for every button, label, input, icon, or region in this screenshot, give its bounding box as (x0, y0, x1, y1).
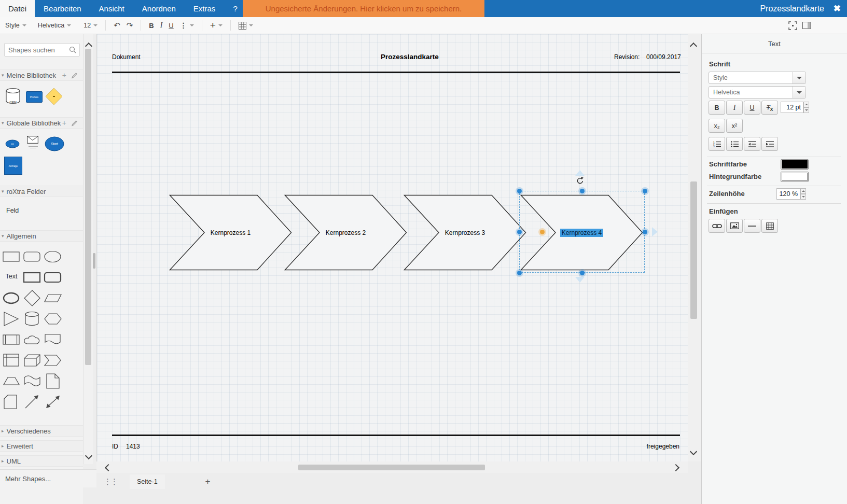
style-dropdown[interactable]: Style (5, 22, 26, 29)
italic-button[interactable]: I (160, 21, 163, 30)
menu-datei[interactable]: Datei (0, 0, 35, 17)
font-size-input[interactable] (781, 102, 803, 113)
scrollbar-thumb[interactable] (298, 465, 485, 470)
style-select[interactable]: Style (709, 72, 806, 84)
stepper-up-icon[interactable] (803, 102, 809, 107)
shape-ellipse-bold[interactable] (2, 289, 21, 309)
shape-process[interactable] (2, 331, 21, 350)
font-size-dropdown[interactable]: 12 (84, 22, 98, 29)
shape-step[interactable] (44, 352, 62, 371)
shape-cloud[interactable] (23, 331, 41, 350)
connect-arrow-right[interactable] (652, 227, 658, 236)
shape-document[interactable] (44, 331, 62, 350)
resize-handle-middle-left[interactable] (517, 230, 522, 234)
shape-tape[interactable] (23, 372, 41, 391)
insert-link-button[interactable] (709, 219, 725, 233)
shape-note[interactable] (44, 372, 62, 391)
more-format-dropdown[interactable]: ⋮ (180, 21, 194, 30)
shape-parallelogram[interactable] (44, 289, 62, 309)
resize-handle-top-middle[interactable] (580, 189, 585, 193)
outdent-button[interactable] (744, 137, 760, 151)
line-height-stepper[interactable] (800, 188, 806, 200)
menu-bearbeiten[interactable]: Bearbeiten (35, 0, 90, 17)
background-color-swatch[interactable] (781, 172, 809, 182)
tab-seite-1[interactable]: Seite-1 (130, 474, 165, 489)
undo-icon[interactable]: ↶ (114, 21, 120, 30)
sidebar-resize-grip[interactable] (93, 253, 95, 269)
insert-hr-button[interactable] (744, 219, 760, 233)
resize-handle-top-right[interactable] (643, 189, 647, 193)
shape-crm-database[interactable]: CRM (4, 87, 22, 107)
section-uml[interactable]: ▸ UML (0, 455, 83, 467)
font-size-stepper[interactable] (803, 102, 809, 113)
menu-anordnen[interactable]: Anordnen (133, 0, 185, 17)
shape-email-envelope[interactable] (27, 136, 39, 148)
resize-handle-middle-right[interactable] (643, 230, 647, 234)
scroll-down-icon[interactable] (690, 448, 697, 455)
scroll-up-icon[interactable] (690, 43, 697, 50)
section-meine-bibliothek[interactable]: ▾ Meine Bibliothek + (0, 69, 83, 81)
scrollbar-thumb[interactable] (85, 49, 91, 365)
sidebar-scrollbar[interactable] (83, 34, 93, 464)
section-erweitert[interactable]: ▸ Erweitert (0, 440, 83, 452)
shape-internal-storage[interactable] (2, 352, 21, 371)
insert-image-button[interactable] (726, 219, 743, 233)
ordered-list-button[interactable]: 123 (709, 137, 725, 151)
scrollbar-thumb[interactable] (690, 181, 697, 319)
underline-button[interactable]: U (169, 22, 173, 30)
subscript-button[interactable]: x₂ (709, 119, 725, 133)
shape-prozess[interactable]: Prozess (26, 91, 43, 103)
shape-feld[interactable]: Feld (6, 207, 19, 214)
process-shape-kernprozess-3[interactable]: Kernprozess 3 (404, 194, 526, 271)
process-shape-kernprozess-1[interactable]: Kernprozess 1 (169, 194, 292, 271)
process-shape-kernprozess-2[interactable]: Kernprozess 2 (284, 194, 407, 271)
line-height-input[interactable] (776, 188, 800, 200)
shape-trapezoid[interactable] (2, 372, 21, 391)
section-globale-bibliothek[interactable]: ▾ Globale Bibliothek + (0, 117, 83, 129)
superscript-button[interactable]: x² (726, 119, 743, 133)
shape-triangle[interactable] (2, 310, 21, 329)
indent-button[interactable] (761, 137, 778, 151)
shape-cube[interactable] (23, 352, 41, 371)
shape-cylinder[interactable] (23, 310, 41, 329)
shape-arrow[interactable] (23, 393, 41, 412)
font-color-swatch[interactable] (781, 159, 809, 170)
underline-button[interactable]: U (744, 101, 760, 115)
shape-rounded-rectangle-bold[interactable] (44, 269, 62, 288)
shape-search[interactable] (4, 43, 80, 57)
section-verschiedenes[interactable]: ▸ Verschiedenes (0, 425, 83, 437)
shape-rounded-rectangle[interactable] (23, 248, 41, 267)
italic-button[interactable]: I (726, 101, 743, 115)
shape-rectangle-bold[interactable] (23, 269, 41, 288)
more-shapes-button[interactable]: Mehr Shapes... (0, 469, 96, 487)
fullscreen-icon[interactable] (788, 21, 797, 30)
edit-pencil-icon[interactable] (71, 72, 78, 79)
stepper-up-icon[interactable] (800, 188, 806, 194)
rotate-handle-icon[interactable] (576, 176, 585, 187)
shape-anfrage-square[interactable]: Anfrage (4, 157, 22, 175)
edit-pencil-icon[interactable] (71, 120, 78, 127)
scroll-left-icon[interactable] (105, 464, 112, 471)
shape-card[interactable] (2, 393, 21, 412)
toggle-panel-icon[interactable] (802, 22, 811, 29)
resize-handle-bottom-left[interactable] (517, 271, 522, 275)
menu-extras[interactable]: Extras (185, 0, 225, 17)
stepper-down-icon[interactable] (803, 107, 809, 113)
bold-button[interactable]: B (709, 101, 725, 115)
scroll-right-icon[interactable] (672, 464, 679, 471)
section-roxtra-felder[interactable]: ▾ roXtra Felder (0, 186, 83, 197)
add-shape-icon[interactable]: + (62, 119, 66, 127)
redo-icon[interactable]: ↷ (127, 21, 133, 30)
insert-shape-dropdown[interactable]: + (210, 22, 223, 29)
search-input[interactable] (5, 46, 69, 54)
resize-handle-bottom-middle[interactable] (580, 271, 585, 275)
connect-arrow-up[interactable] (575, 170, 585, 176)
panel-tab-text[interactable]: Text (702, 34, 847, 53)
shape-rectangle[interactable] (2, 248, 21, 267)
canvas-horizontal-scrollbar[interactable] (96, 461, 688, 473)
add-shape-icon[interactable]: + (62, 71, 66, 79)
close-icon[interactable]: ✖ (834, 0, 841, 17)
shape-bidirectional-arrow[interactable] (44, 393, 62, 412)
font-dropdown[interactable]: Helvetica (38, 22, 71, 29)
bullet-list-button[interactable] (726, 137, 743, 151)
